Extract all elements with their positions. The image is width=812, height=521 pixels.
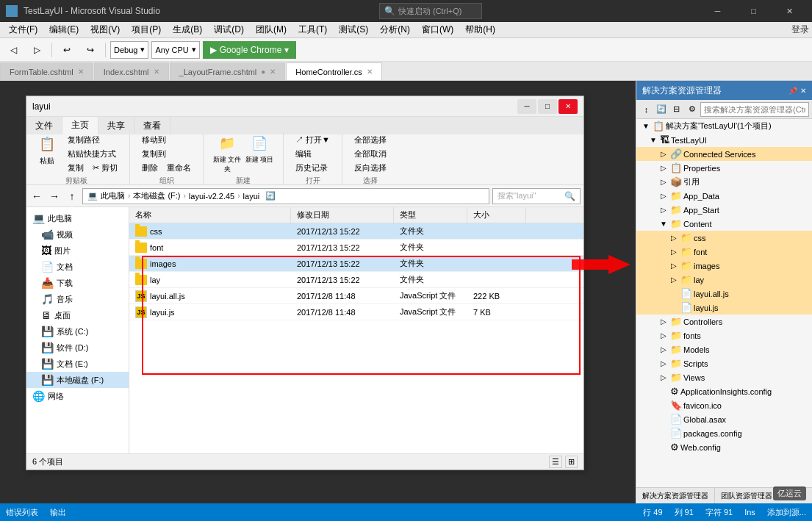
menu-build[interactable]: 生成(B) [167,22,208,37]
ribbon-edit-button[interactable]: 编辑 [292,148,333,160]
se-global-asax[interactable]: ▷ 📄 Global.asax [636,412,812,426]
sidebar-f-drive[interactable]: 💾 本地磁盘 (F:) [26,372,129,388]
se-scripts[interactable]: ▷ 📁 Scripts [636,356,812,370]
ribbon-tab-share[interactable]: 共享 [98,117,134,134]
se-search-input[interactable] [700,102,809,117]
minimize-button[interactable]: ─ [701,0,734,22]
file-row[interactable]: font 2017/12/13 15:22 文件夹 [129,240,583,256]
nav-forward-button[interactable]: → [47,189,62,204]
ribbon-delete-button[interactable]: 删除 [139,162,161,174]
ribbon-select-none-button[interactable]: 全部取消 [351,148,389,160]
sidebar-e-drive[interactable]: 💾 文档 (E:) [26,356,129,372]
toolbar-forward[interactable]: ▷ [26,40,47,60]
quicklaunch-bar[interactable]: 🔍 快速启动 (Ctrl+Q) [379,3,482,19]
ribbon-tab-home[interactable]: 主页 [62,117,98,134]
sidebar-pictures[interactable]: 🖼 图片 [26,242,129,259]
menu-team[interactable]: 团队(M) [250,22,292,37]
toolbar-back[interactable]: ◁ [3,40,24,60]
menu-debug[interactable]: 调试(D) [208,22,250,37]
explorer-close-button[interactable]: ✕ [558,99,578,114]
se-content-folder[interactable]: ▼ 📁 Content [636,217,812,231]
sidebar-desktop[interactable]: 🖥 桌面 [26,307,129,323]
file-row[interactable]: JS layui.all.js 2017/12/8 11:48 JavaScri… [129,288,583,304]
toolbar-redo[interactable]: ↪ [80,40,101,60]
se-views[interactable]: ▷ 📁 Views [636,370,812,384]
se-app-data[interactable]: ▷ 📁 App_Data [636,189,812,203]
tab-close-layout[interactable]: ✕ [270,68,276,76]
platform-dropdown[interactable]: Any CPU ▾ [151,41,199,59]
ribbon-open-button[interactable]: ↗ 打开▼ [292,134,333,146]
ribbon-tab-view[interactable]: 查看 [134,117,170,134]
explorer-minimize-button[interactable]: ─ [517,99,536,114]
se-solution-item[interactable]: ▼ 📋 解决方案'TestLayUI'(1个项目) [636,119,812,133]
se-sync-button[interactable]: ↕ [639,102,653,117]
view-list-button[interactable]: ☰ [549,456,562,468]
login-button[interactable]: 登录 [791,24,809,36]
sidebar-docs[interactable]: 📄 文档 [26,259,129,275]
se-appinsights[interactable]: ▷ ⚙ ApplicationInsights.config [636,384,812,398]
tab-close-home[interactable]: ✕ [367,68,373,76]
menu-file[interactable]: 文件(F) [3,22,43,37]
file-row[interactable]: lay 2017/12/13 15:22 文件夹 [129,272,583,288]
se-project-item[interactable]: ▼ 🏗 TestLayUI [636,133,812,147]
se-app-start[interactable]: ▷ 📁 App_Start [636,203,812,217]
tab-layout[interactable]: _LayoutFrame.cshtml ● ✕ [170,62,286,80]
view-grid-button[interactable]: ⊞ [565,456,578,468]
se-tab-solution[interactable]: 解决方案资源管理器 [636,488,715,503]
col-name[interactable]: 名称 [129,207,291,223]
sidebar-music[interactable]: 🎵 音乐 [26,291,129,307]
sidebar-pc[interactable]: 💻 此电脑 [26,210,129,226]
file-row[interactable]: images 2017/12/13 15:22 文件夹 [129,256,583,272]
ribbon-select-all-button[interactable]: 全部选择 [351,134,389,146]
tab-close-formtable[interactable]: ✕ [78,68,84,76]
debug-config-dropdown[interactable]: Debug ▾ [110,41,148,59]
se-packages[interactable]: ▷ 📄 packages.config [636,426,812,440]
se-properties[interactable]: ▷ 📋 Properties [636,161,812,175]
menu-project[interactable]: 项目(P) [126,22,167,37]
tab-formtable[interactable]: FormTable.cshtml ✕ [0,62,93,80]
se-css-folder[interactable]: ▷ 📁 css [636,231,812,245]
explorer-maximize-button[interactable]: □ [538,99,557,114]
ribbon-history-button[interactable]: 历史记录 [292,162,333,174]
menu-help[interactable]: 帮助(H) [459,22,501,37]
ribbon-move-button[interactable]: 移动到 [139,134,194,146]
tab-close-index[interactable]: ✕ [154,68,159,76]
se-favicon[interactable]: ▷ 🔖 favicon.ico [636,398,812,412]
se-close-panel-button[interactable]: ✕ [800,87,806,95]
sidebar-network[interactable]: 🌐 网络 [26,388,129,404]
menu-view[interactable]: 视图(V) [85,22,126,37]
se-tab-team[interactable]: 团队资源管理器 [715,488,778,503]
menu-tools[interactable]: 工具(T) [292,22,333,37]
se-controllers[interactable]: ▷ 📁 Controllers [636,315,812,328]
se-pin-button[interactable]: 📌 [788,87,797,95]
statusbar-error[interactable]: 错误列表 [6,507,38,518]
ribbon-rename-button[interactable]: 重命名 [164,162,194,174]
col-type[interactable]: 类型 [394,207,467,223]
se-fonts[interactable]: ▷ 📁 fonts [636,328,812,342]
menu-analyze[interactable]: 分析(N) [374,22,416,37]
tab-homecontroller[interactable]: HomeController.cs ✕ [286,62,381,80]
ribbon-copy-button[interactable]: 复制 [65,162,87,174]
menu-test[interactable]: 测试(S) [333,22,374,37]
ribbon-cut-button[interactable]: ✂ 剪切 [90,162,121,174]
menu-window[interactable]: 窗口(W) [416,22,459,37]
search-bar[interactable]: 搜索"layui" 🔍 [492,188,581,204]
ribbon-tab-file[interactable]: 文件 [26,117,62,134]
se-references[interactable]: ▷ 📦 引用 [636,175,812,189]
sidebar-video[interactable]: 📹 视频 [26,226,129,242]
nav-up-button[interactable]: ↑ [65,189,79,204]
address-bar[interactable]: 💻 此电脑 › 本地磁盘 (F:) › layui-v2.2.45 › layu… [82,188,489,204]
sidebar-c-drive[interactable]: 💾 系统 (C:) [26,323,129,339]
menu-edit[interactable]: 编辑(E) [43,22,85,37]
ribbon-copy-path-button[interactable]: 复制路径 [65,134,121,146]
maximize-button[interactable]: □ [737,0,770,22]
statusbar-output[interactable]: 输出 [50,507,66,518]
ribbon-paste-shortcut-button[interactable]: 粘贴快捷方式 [65,148,121,160]
se-images-folder[interactable]: ▷ 📁 images [636,259,812,273]
refresh-button[interactable]: 🔄 [265,191,276,201]
se-refresh-button[interactable]: 🔄 [655,102,669,117]
toolbar-undo[interactable]: ↩ [57,40,77,60]
se-collapse-button[interactable]: ⊟ [670,102,684,117]
col-date[interactable]: 修改日期 [291,207,394,223]
tab-index[interactable]: Index.cshtml ✕ [94,62,169,80]
